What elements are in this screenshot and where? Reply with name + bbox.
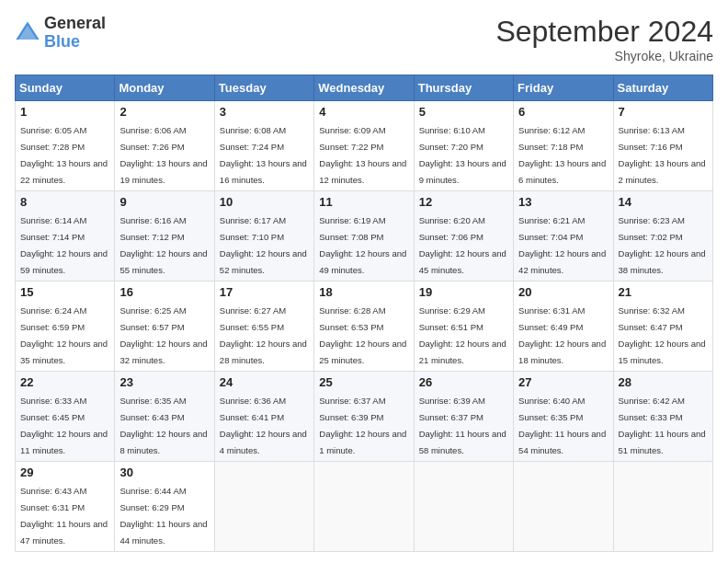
calendar-cell: 8 Sunrise: 6:14 AMSunset: 7:14 PMDayligh… (16, 191, 115, 282)
calendar-cell: 6 Sunrise: 6:12 AMSunset: 7:18 PMDayligh… (514, 101, 613, 191)
calendar-header-wednesday: Wednesday (314, 75, 414, 101)
calendar-cell: 10 Sunrise: 6:17 AMSunset: 7:10 PMDaylig… (214, 191, 313, 282)
calendar-cell: 5 Sunrise: 6:10 AMSunset: 7:20 PMDayligh… (414, 101, 513, 191)
day-number: 11 (319, 195, 408, 209)
day-detail: Sunrise: 6:23 AMSunset: 7:02 PMDaylight:… (619, 215, 706, 275)
day-detail: Sunrise: 6:37 AMSunset: 6:39 PMDaylight:… (319, 396, 406, 455)
logo-icon (15, 20, 40, 46)
calendar-header-row: SundayMondayTuesdayWednesdayThursdayFrid… (16, 75, 713, 101)
day-detail: Sunrise: 6:35 AMSunset: 6:43 PMDaylight:… (119, 396, 207, 455)
calendar-cell: 27 Sunrise: 6:40 AMSunset: 6:35 PMDaylig… (514, 372, 613, 462)
calendar-cell (613, 462, 712, 552)
calendar-cell: 29 Sunrise: 6:43 AMSunset: 6:31 PMDaylig… (16, 462, 115, 552)
day-number: 16 (119, 285, 209, 299)
day-number: 10 (220, 195, 309, 209)
day-detail: Sunrise: 6:36 AMSunset: 6:41 PMDaylight:… (220, 396, 307, 455)
calendar-week-5: 29 Sunrise: 6:43 AMSunset: 6:31 PMDaylig… (16, 462, 713, 552)
calendar-cell: 12 Sunrise: 6:20 AMSunset: 7:06 PMDaylig… (414, 191, 513, 282)
day-number: 5 (419, 105, 508, 119)
day-number: 21 (619, 285, 708, 299)
day-number: 24 (220, 375, 309, 389)
day-number: 22 (20, 375, 109, 389)
calendar-cell: 9 Sunrise: 6:16 AMSunset: 7:12 PMDayligh… (115, 191, 214, 282)
day-detail: Sunrise: 6:20 AMSunset: 7:06 PMDaylight:… (419, 215, 506, 275)
title-block: September 2024 Shyroke, Ukraine (495, 15, 713, 63)
day-number: 23 (119, 375, 209, 389)
day-detail: Sunrise: 6:24 AMSunset: 6:59 PMDaylight:… (20, 305, 108, 365)
day-number: 14 (619, 195, 708, 209)
day-number: 19 (419, 285, 508, 299)
calendar-cell: 14 Sunrise: 6:23 AMSunset: 7:02 PMDaylig… (613, 191, 712, 282)
calendar-header-saturday: Saturday (613, 75, 712, 101)
day-detail: Sunrise: 6:17 AMSunset: 7:10 PMDaylight:… (220, 215, 307, 275)
calendar-header-friday: Friday (514, 75, 613, 101)
calendar-cell (414, 462, 513, 552)
day-detail: Sunrise: 6:29 AMSunset: 6:51 PMDaylight:… (419, 305, 506, 365)
calendar-header-tuesday: Tuesday (214, 75, 313, 101)
calendar-cell: 20 Sunrise: 6:31 AMSunset: 6:49 PMDaylig… (514, 282, 613, 372)
day-number: 2 (119, 105, 209, 119)
calendar-cell: 7 Sunrise: 6:13 AMSunset: 7:16 PMDayligh… (613, 101, 712, 191)
day-detail: Sunrise: 6:28 AMSunset: 6:53 PMDaylight:… (319, 305, 406, 365)
day-number: 6 (518, 105, 608, 119)
day-detail: Sunrise: 6:16 AMSunset: 7:12 PMDaylight:… (119, 215, 207, 275)
calendar-cell (514, 462, 613, 552)
logo-blue: Blue (44, 33, 106, 52)
calendar-cell: 30 Sunrise: 6:44 AMSunset: 6:29 PMDaylig… (115, 462, 214, 552)
day-detail: Sunrise: 6:27 AMSunset: 6:55 PMDaylight:… (220, 305, 307, 365)
calendar-cell: 3 Sunrise: 6:08 AMSunset: 7:24 PMDayligh… (214, 101, 313, 191)
day-number: 30 (119, 465, 209, 479)
calendar-cell: 19 Sunrise: 6:29 AMSunset: 6:51 PMDaylig… (414, 282, 513, 372)
day-detail: Sunrise: 6:06 AMSunset: 7:26 PMDaylight:… (119, 125, 207, 185)
day-number: 15 (20, 285, 109, 299)
day-detail: Sunrise: 6:09 AMSunset: 7:22 PMDaylight:… (319, 125, 406, 185)
month-year: September 2024 (495, 15, 713, 49)
day-detail: Sunrise: 6:14 AMSunset: 7:14 PMDaylight:… (20, 215, 108, 275)
calendar-cell: 13 Sunrise: 6:21 AMSunset: 7:04 PMDaylig… (514, 191, 613, 282)
calendar-week-2: 8 Sunrise: 6:14 AMSunset: 7:14 PMDayligh… (16, 191, 713, 282)
calendar-cell: 25 Sunrise: 6:37 AMSunset: 6:39 PMDaylig… (314, 372, 414, 462)
calendar-week-3: 15 Sunrise: 6:24 AMSunset: 6:59 PMDaylig… (16, 282, 713, 372)
calendar-header-sunday: Sunday (16, 75, 115, 101)
day-detail: Sunrise: 6:08 AMSunset: 7:24 PMDaylight:… (220, 125, 307, 185)
day-number: 13 (518, 195, 608, 209)
calendar-header-thursday: Thursday (414, 75, 513, 101)
day-number: 17 (220, 285, 309, 299)
calendar-cell: 11 Sunrise: 6:19 AMSunset: 7:08 PMDaylig… (314, 191, 414, 282)
day-detail: Sunrise: 6:32 AMSunset: 6:47 PMDaylight:… (619, 305, 706, 365)
calendar-cell (214, 462, 313, 552)
location: Shyroke, Ukraine (495, 49, 713, 63)
page-header: General Blue September 2024 Shyroke, Ukr… (15, 15, 713, 63)
day-detail: Sunrise: 6:43 AMSunset: 6:31 PMDaylight:… (20, 486, 108, 546)
day-detail: Sunrise: 6:31 AMSunset: 6:49 PMDaylight:… (518, 305, 606, 365)
calendar-cell: 18 Sunrise: 6:28 AMSunset: 6:53 PMDaylig… (314, 282, 414, 372)
day-number: 26 (419, 375, 508, 389)
calendar-week-4: 22 Sunrise: 6:33 AMSunset: 6:45 PMDaylig… (16, 372, 713, 462)
calendar-cell: 15 Sunrise: 6:24 AMSunset: 6:59 PMDaylig… (16, 282, 115, 372)
day-detail: Sunrise: 6:13 AMSunset: 7:16 PMDaylight:… (619, 125, 706, 185)
calendar-cell: 28 Sunrise: 6:42 AMSunset: 6:33 PMDaylig… (613, 372, 712, 462)
calendar-cell: 4 Sunrise: 6:09 AMSunset: 7:22 PMDayligh… (314, 101, 414, 191)
day-number: 27 (518, 375, 608, 389)
calendar-cell: 24 Sunrise: 6:36 AMSunset: 6:41 PMDaylig… (214, 372, 313, 462)
day-detail: Sunrise: 6:44 AMSunset: 6:29 PMDaylight:… (119, 486, 207, 546)
calendar-cell: 2 Sunrise: 6:06 AMSunset: 7:26 PMDayligh… (115, 101, 214, 191)
day-number: 18 (319, 285, 408, 299)
day-detail: Sunrise: 6:33 AMSunset: 6:45 PMDaylight:… (20, 396, 108, 455)
day-detail: Sunrise: 6:40 AMSunset: 6:35 PMDaylight:… (518, 396, 606, 455)
calendar-cell: 22 Sunrise: 6:33 AMSunset: 6:45 PMDaylig… (16, 372, 115, 462)
day-number: 3 (220, 105, 309, 119)
day-number: 12 (419, 195, 508, 209)
day-detail: Sunrise: 6:25 AMSunset: 6:57 PMDaylight:… (119, 305, 207, 365)
calendar-cell: 16 Sunrise: 6:25 AMSunset: 6:57 PMDaylig… (115, 282, 214, 372)
day-number: 4 (319, 105, 408, 119)
day-detail: Sunrise: 6:39 AMSunset: 6:37 PMDaylight:… (419, 396, 506, 455)
day-detail: Sunrise: 6:19 AMSunset: 7:08 PMDaylight:… (319, 215, 406, 275)
calendar-cell: 1 Sunrise: 6:05 AMSunset: 7:28 PMDayligh… (16, 101, 115, 191)
day-detail: Sunrise: 6:21 AMSunset: 7:04 PMDaylight:… (518, 215, 606, 275)
logo-text: General Blue (44, 15, 106, 52)
logo-general: General (44, 15, 106, 33)
calendar-cell: 21 Sunrise: 6:32 AMSunset: 6:47 PMDaylig… (613, 282, 712, 372)
day-detail: Sunrise: 6:10 AMSunset: 7:20 PMDaylight:… (419, 125, 506, 185)
day-number: 7 (619, 105, 708, 119)
